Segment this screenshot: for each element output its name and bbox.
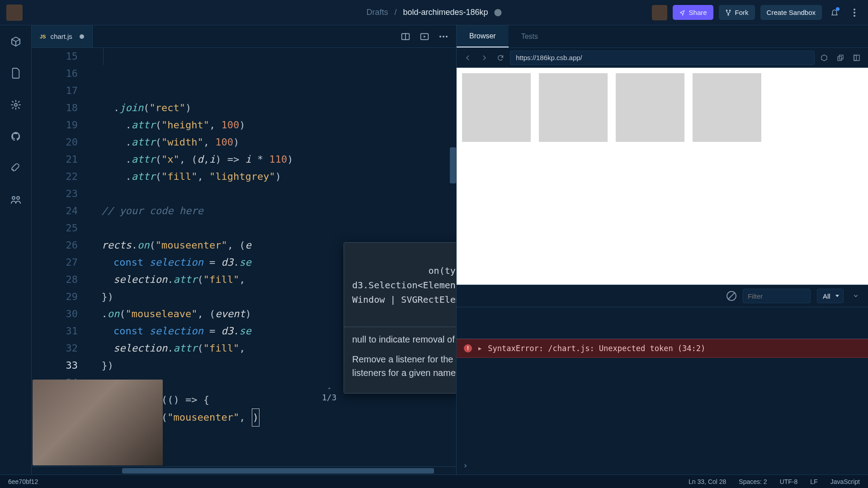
- share-button[interactable]: Share: [673, 5, 713, 20]
- svg-point-8: [17, 197, 19, 199]
- breadcrumb-root[interactable]: Drafts: [366, 8, 388, 17]
- fork-label: Fork: [735, 9, 749, 16]
- status-spaces[interactable]: Spaces: 2: [739, 478, 767, 485]
- frozen-icon[interactable]: [495, 9, 502, 16]
- settings-icon[interactable]: [9, 99, 22, 111]
- console-header: All: [457, 285, 868, 307]
- editor-horizontal-scrollbar[interactable]: [32, 466, 456, 474]
- status-cursor[interactable]: Ln 33, Col 28: [689, 478, 726, 485]
- svg-point-5: [854, 15, 855, 17]
- expand-icon[interactable]: ▶: [478, 345, 481, 352]
- signature-tooltip: on(typenames: string, listener: null): d…: [344, 242, 456, 394]
- preview-iframe[interactable]: [457, 68, 868, 285]
- codesandbox-logo-icon[interactable]: [817, 51, 831, 65]
- svg-point-12: [443, 36, 444, 38]
- chevron-down-icon[interactable]: [850, 290, 862, 302]
- url-input[interactable]: https://186kp.csb.app/: [510, 51, 815, 65]
- signature-counter-text: 1/3: [322, 394, 337, 401]
- explorer-icon[interactable]: [9, 67, 22, 80]
- console-prompt[interactable]: ›: [463, 460, 468, 470]
- webcam-pip[interactable]: [33, 380, 163, 465]
- console-filter-input[interactable]: [743, 289, 811, 303]
- svg-point-7: [12, 197, 15, 199]
- sandbox-icon[interactable]: [9, 35, 22, 48]
- dirty-indicator-icon: [80, 34, 84, 39]
- console-body[interactable]: ! ▶ SyntaxError: /chart.js: Unexpected t…: [457, 307, 868, 474]
- breadcrumb: Drafts / bold-archimedes-186kp: [366, 8, 501, 17]
- create-label: Create Sandbox: [767, 9, 816, 16]
- status-lang[interactable]: JavaScript: [830, 478, 860, 485]
- signature-pre: on(typenames: string,: [429, 265, 456, 276]
- create-sandbox-button[interactable]: Create Sandbox: [760, 5, 822, 20]
- fork-icon: [725, 9, 731, 16]
- console-level-select[interactable]: All: [817, 289, 844, 303]
- signature-summary: null to indicate removal of listener: [352, 333, 456, 346]
- preview-icon[interactable]: [416, 28, 433, 45]
- signature-head: on(typenames: string, listener: null): d…: [344, 243, 456, 327]
- svg-rect-14: [839, 55, 843, 59]
- url-text: https://186kp.csb.app/: [516, 54, 582, 61]
- signature-detail: Remove a listener for the specified even…: [352, 352, 456, 380]
- breadcrumb-sep: /: [394, 8, 396, 17]
- tab-filename: chart.js: [50, 33, 72, 40]
- status-commit[interactable]: 6ee70bf12: [8, 478, 38, 485]
- live-icon[interactable]: [9, 193, 22, 206]
- editor-tabs: JS chart.js: [32, 25, 456, 48]
- fork-button[interactable]: Fork: [719, 5, 755, 20]
- console-error-text: SyntaxError: /chart.js: Unexpected token…: [488, 344, 705, 353]
- tab-tests[interactable]: Tests: [509, 25, 551, 47]
- github-icon[interactable]: [9, 130, 22, 143]
- share-label: Share: [689, 9, 707, 16]
- svg-point-2: [727, 14, 728, 15]
- signature-counter[interactable]: ˄ 1/3: [322, 387, 337, 401]
- clear-console-icon[interactable]: [726, 291, 736, 301]
- svg-point-6: [14, 103, 17, 106]
- preview-rect: [462, 73, 531, 142]
- status-encoding[interactable]: UTF-8: [780, 478, 798, 485]
- editor-more-icon[interactable]: [435, 28, 452, 45]
- js-badge: JS: [40, 34, 46, 39]
- devtools-tabs: Browser Tests: [457, 25, 868, 48]
- error-icon: !: [464, 344, 472, 352]
- console-error-row[interactable]: ! ▶ SyntaxError: /chart.js: Unexpected t…: [457, 339, 868, 358]
- preview-rect: [616, 73, 684, 142]
- breadcrumb-project[interactable]: bold-archimedes-186kp: [403, 8, 488, 17]
- project-avatar[interactable]: [6, 5, 23, 21]
- preview-rect: [539, 73, 608, 142]
- browser-url-bar: https://186kp.csb.app/: [457, 48, 868, 68]
- notifications-icon[interactable]: [827, 5, 842, 20]
- preview-rect: [693, 73, 761, 142]
- devtools-pane: Browser Tests https://186kp.csb.app/: [457, 25, 868, 474]
- layout-icon[interactable]: [850, 51, 863, 65]
- user-avatar[interactable]: [652, 5, 667, 20]
- status-bar: 6ee70bf12 Ln 33, Col 28 Spaces: 2 UTF-8 …: [0, 474, 868, 488]
- svg-point-3: [854, 9, 855, 10]
- svg-point-4: [854, 12, 855, 14]
- split-editor-icon[interactable]: [397, 28, 414, 45]
- svg-point-11: [439, 36, 441, 38]
- tab-browser[interactable]: Browser: [457, 25, 509, 47]
- reload-icon[interactable]: [494, 51, 507, 65]
- open-in-new-icon[interactable]: [834, 51, 847, 65]
- svg-rect-17: [854, 55, 856, 61]
- svg-rect-15: [838, 56, 842, 61]
- share-icon: [679, 9, 685, 16]
- nav-forward-icon[interactable]: [477, 51, 491, 65]
- deploy-icon[interactable]: [9, 162, 22, 174]
- svg-point-13: [446, 36, 448, 38]
- status-eol[interactable]: LF: [810, 478, 817, 485]
- app-header: Drafts / bold-archimedes-186kp Share For…: [0, 0, 868, 25]
- activity-bar: [0, 25, 32, 474]
- nav-back-icon[interactable]: [461, 51, 475, 65]
- more-menu-icon[interactable]: [847, 5, 862, 20]
- tab-chart-js[interactable]: JS chart.js: [32, 25, 93, 47]
